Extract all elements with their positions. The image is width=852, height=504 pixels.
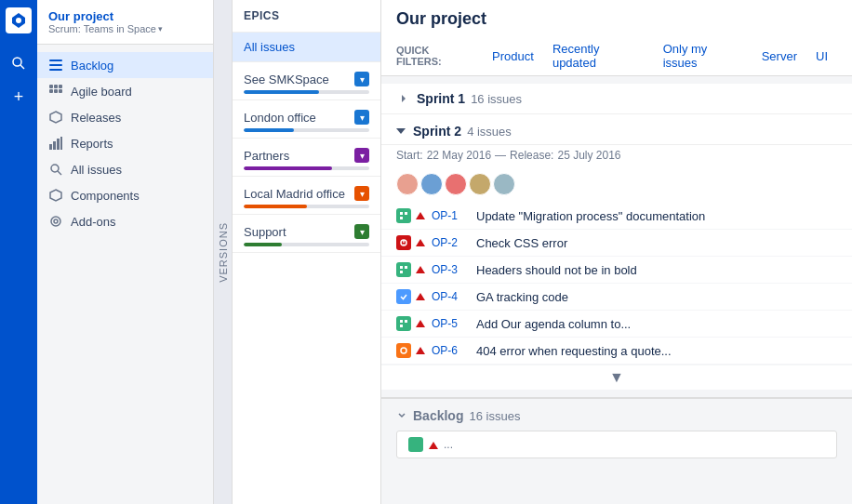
issue-key-op6[interactable]: OP-6 xyxy=(432,344,469,357)
sprint-2-area: Sprint 2 4 issues Start: 22 May 2016 — R… xyxy=(381,114,852,390)
reports-icon xyxy=(48,136,63,151)
versions-panel[interactable]: VERSIONS xyxy=(214,0,233,504)
svg-point-21 xyxy=(54,219,58,223)
epic-progress-bar-smkspace xyxy=(244,90,319,94)
sprint-2-header[interactable]: Sprint 2 4 issues xyxy=(381,114,852,145)
epic-progress-partners xyxy=(244,166,369,170)
releases-icon xyxy=(48,110,63,125)
issue-key-op4[interactable]: OP-4 xyxy=(432,290,469,303)
avatar-2[interactable] xyxy=(420,173,443,195)
epic-badge-partners: ▾ xyxy=(354,148,369,163)
avatar-1[interactable] xyxy=(396,173,419,195)
backlog-issue-placeholder: ... xyxy=(444,438,453,451)
backlog-icon xyxy=(48,58,63,73)
svg-rect-32 xyxy=(405,320,407,323)
sidebar-item-backlog[interactable]: Backlog xyxy=(37,52,213,78)
sidebar-item-backlog-label: Backlog xyxy=(71,59,113,73)
qf-only-my-issues[interactable]: Only my issues xyxy=(654,36,752,75)
issue-type-icon-op5 xyxy=(396,316,411,331)
sidebar-item-all-issues[interactable]: All issues xyxy=(37,156,213,182)
issue-summary-op2: Check CSS error xyxy=(476,236,837,250)
qf-product[interactable]: Product xyxy=(483,44,543,69)
issue-row-op4[interactable]: OP-4 GA tracking code xyxy=(381,284,852,311)
nav-create-icon[interactable]: + xyxy=(4,82,33,112)
avatar-3[interactable] xyxy=(445,173,467,195)
epic-progress-smkspace xyxy=(244,90,369,94)
issue-row-op3[interactable]: OP-3 Headers should not be in bold xyxy=(381,257,852,284)
svg-point-34 xyxy=(401,348,406,353)
issue-row-op5[interactable]: OP-5 Add Our agenda column to... xyxy=(381,311,852,338)
svg-line-18 xyxy=(58,171,61,175)
svg-rect-14 xyxy=(53,141,56,150)
sidebar-item-agile-board[interactable]: Agile board xyxy=(37,78,213,104)
page-title: Our project xyxy=(396,9,837,29)
issue-summary-op4: GA tracking code xyxy=(476,290,837,304)
svg-point-20 xyxy=(51,217,60,226)
svg-rect-6 xyxy=(49,85,53,88)
qf-server[interactable]: Server xyxy=(752,44,806,69)
avatar-5[interactable] xyxy=(493,173,515,195)
issue-key-op1[interactable]: OP-1 xyxy=(432,209,469,222)
epic-progress-bar-partners xyxy=(244,166,332,170)
scroll-indicator[interactable]: ▼ xyxy=(381,365,852,390)
sidebar-item-components-label: Components xyxy=(71,189,140,203)
sprint-2-release-label: Release: xyxy=(510,149,553,162)
issue-row-op6[interactable]: OP-6 404 error when requesting a quote..… xyxy=(381,338,852,365)
sidebar-item-components[interactable]: Components xyxy=(37,182,213,208)
epic-item-partners[interactable]: Partners ▾ xyxy=(233,139,380,177)
quick-filters-bar: QUICK FILTERS: Product Recently updated … xyxy=(396,36,837,75)
svg-rect-30 xyxy=(400,271,403,273)
epic-badge-smkspace: ▾ xyxy=(354,72,369,86)
epic-progress-bar-london xyxy=(244,128,294,132)
backlog-header[interactable]: Backlog 16 issues xyxy=(396,408,837,423)
svg-rect-3 xyxy=(49,60,62,61)
issue-summary-op1: Update "Migration process" documentation xyxy=(476,209,837,223)
sidebar-item-reports-label: Reports xyxy=(71,137,113,151)
sprint-2-start-label: Start: xyxy=(396,149,423,162)
svg-rect-24 xyxy=(400,217,403,219)
epic-badge-support: ▾ xyxy=(354,224,369,239)
sidebar-item-reports[interactable]: Reports xyxy=(37,130,213,156)
svg-rect-7 xyxy=(54,85,58,88)
addons-icon xyxy=(48,214,63,229)
epic-item-london[interactable]: London office ▾ xyxy=(233,100,380,139)
issue-key-op5[interactable]: OP-5 xyxy=(432,317,469,330)
epic-name-partners: Partners ▾ xyxy=(244,148,369,163)
svg-rect-10 xyxy=(54,89,58,93)
sprint-1-header[interactable]: Sprint 1 16 issues xyxy=(381,84,852,114)
epic-item-smkspace[interactable]: See SMKSpace ▾ xyxy=(233,62,380,100)
sidebar-item-agile-board-label: Agile board xyxy=(71,85,132,99)
nav-search-icon[interactable] xyxy=(4,48,33,78)
sidebar-nav: Backlog Agile board Release xyxy=(37,45,213,504)
nav-bar: + xyxy=(0,0,37,504)
sprint-2-release-date: 25 July 2016 xyxy=(557,149,620,162)
sprint-2-avatars xyxy=(381,169,852,203)
sidebar-item-addons[interactable]: Add-ons xyxy=(37,208,213,234)
app-logo[interactable] xyxy=(6,7,32,33)
sidebar-item-addons-label: Add-ons xyxy=(71,215,115,229)
epics-all-issues[interactable]: All issues xyxy=(233,33,380,62)
issue-type-icon-op4 xyxy=(396,289,411,304)
svg-point-1 xyxy=(13,58,21,66)
qf-recently-updated[interactable]: Recently updated xyxy=(543,36,654,75)
svg-rect-8 xyxy=(59,85,62,88)
epic-item-madrid[interactable]: Local Madrid office ▾ xyxy=(233,177,380,215)
epic-progress-bar-madrid xyxy=(244,205,307,208)
issue-summary-op6: 404 error when requesting a quote... xyxy=(476,344,837,358)
issue-row-op2[interactable]: OP-2 Check CSS error xyxy=(381,230,852,257)
issue-priority-op2 xyxy=(415,237,426,248)
issue-row-op1[interactable]: OP-1 Update "Migration process" document… xyxy=(381,203,852,230)
qf-ui[interactable]: UI xyxy=(806,44,837,69)
issue-type-icon-op3 xyxy=(396,262,411,277)
sidebar-item-releases[interactable]: Releases xyxy=(37,104,213,130)
issue-key-op2[interactable]: OP-2 xyxy=(432,236,469,249)
avatar-4[interactable] xyxy=(469,173,491,195)
svg-marker-19 xyxy=(50,190,61,201)
issue-priority-op1 xyxy=(415,210,426,221)
issue-key-op3[interactable]: OP-3 xyxy=(432,263,469,276)
chevron-down-icon[interactable]: ▾ xyxy=(158,24,163,33)
epic-item-support[interactable]: Support ▾ xyxy=(233,215,380,253)
sprint-1-chevron-icon xyxy=(396,91,411,106)
epic-progress-london xyxy=(244,128,369,132)
backlog-count: 16 issues xyxy=(469,409,520,423)
